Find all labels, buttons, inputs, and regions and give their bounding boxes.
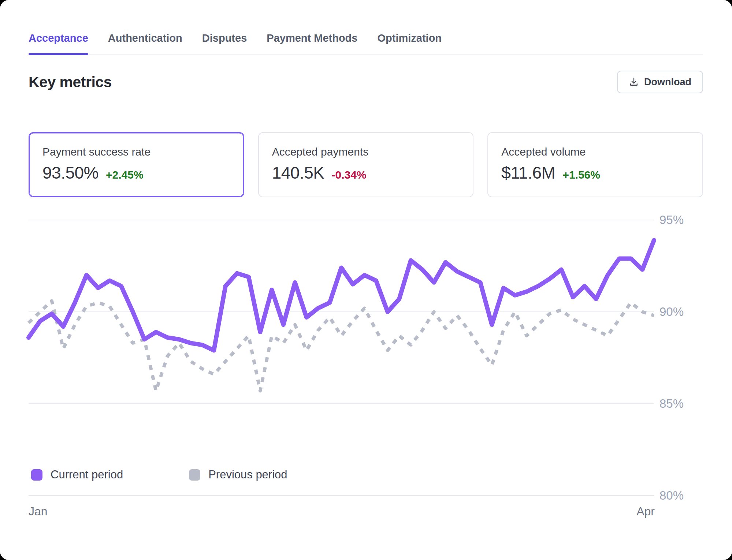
metric-cards: Payment success rate 93.50% +2.45% Accep… [29, 132, 703, 197]
metric-label: Accepted volume [501, 145, 689, 159]
chart-canvas[interactable] [0, 204, 732, 504]
metric-card-accepted-payments[interactable]: Accepted payments 140.5K -0.34% [258, 132, 474, 197]
legend-item-previous-period[interactable]: Previous period [189, 468, 287, 481]
tab-disputes[interactable]: Disputes [202, 32, 247, 54]
y-axis-tick-80: 80% [659, 488, 684, 504]
chart-legend: Current period Previous period [31, 468, 287, 481]
tab-authentication[interactable]: Authentication [108, 32, 182, 54]
metric-label: Accepted payments [272, 145, 460, 159]
header-row: Key metrics Download [29, 71, 703, 93]
metric-value: 140.5K [272, 163, 324, 183]
x-axis-tick-apr: Apr [636, 505, 655, 518]
download-button[interactable]: Download [617, 71, 703, 93]
y-axis-tick-85: 85% [659, 396, 684, 412]
legend-label: Previous period [208, 468, 287, 481]
tab-bar: Acceptance Authentication Disputes Payme… [29, 32, 703, 55]
download-icon [629, 77, 639, 87]
metric-value: $11.6M [501, 163, 555, 183]
tab-payment-methods[interactable]: Payment Methods [267, 32, 357, 54]
page-title: Key metrics [29, 74, 112, 91]
dashboard-page: Acceptance Authentication Disputes Payme… [0, 0, 732, 560]
metric-card-accepted-volume[interactable]: Accepted volume $11.6M +1.56% [487, 132, 703, 197]
metric-label: Payment success rate [42, 145, 230, 159]
legend-label: Current period [51, 468, 123, 481]
previous-period-swatch [189, 469, 200, 481]
x-axis-tick-jan: Jan [29, 505, 48, 518]
tab-acceptance[interactable]: Acceptance [29, 32, 88, 54]
metric-delta: -0.34% [331, 169, 366, 181]
x-axis: Jan Apr [29, 505, 655, 518]
current-period-swatch [31, 469, 42, 481]
metric-card-payment-success-rate[interactable]: Payment success rate 93.50% +2.45% [29, 132, 244, 197]
metric-value: 93.50% [42, 163, 99, 183]
download-label: Download [644, 76, 691, 88]
metric-delta: +1.56% [562, 169, 600, 181]
metric-delta: +2.45% [106, 169, 144, 181]
y-axis-tick-90: 90% [659, 304, 684, 320]
y-axis-tick-95: 95% [659, 212, 684, 228]
legend-item-current-period[interactable]: Current period [31, 468, 123, 481]
success-rate-chart: 95% 90% 85% 80% Current period Previous … [0, 204, 732, 526]
tab-optimization[interactable]: Optimization [377, 32, 442, 54]
